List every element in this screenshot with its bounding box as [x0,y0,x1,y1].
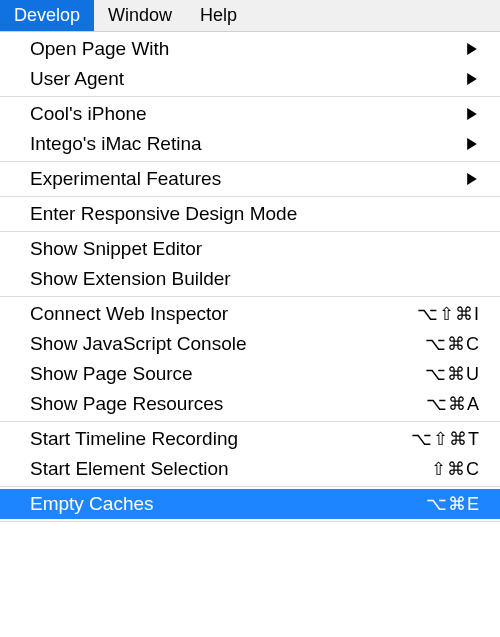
menu-show-snippet-editor[interactable]: Show Snippet Editor [0,234,500,264]
menu-shortcut: ⌥⌘U [425,363,482,385]
menu-enter-responsive[interactable]: Enter Responsive Design Mode [0,199,500,229]
menu-label: Start Element Selection [30,458,431,480]
menu-label: User Agent [30,68,466,90]
svg-marker-0 [467,43,477,55]
menu-show-page-resources[interactable]: Show Page Resources ⌥⌘A [0,389,500,419]
develop-menu: Open Page With User Agent Cool's iPhone … [0,32,500,522]
menu-label: Start Timeline Recording [30,428,411,450]
menu-show-js-console[interactable]: Show JavaScript Console ⌥⌘C [0,329,500,359]
submenu-arrow-icon [466,103,482,125]
menu-show-page-source[interactable]: Show Page Source ⌥⌘U [0,359,500,389]
svg-marker-4 [467,173,477,185]
menubar-help[interactable]: Help [186,0,251,31]
submenu-arrow-icon [466,38,482,60]
menu-cools-iphone[interactable]: Cool's iPhone [0,99,500,129]
menu-label: Enter Responsive Design Mode [30,203,482,225]
menu-start-element-selection[interactable]: Start Element Selection ⇧⌘C [0,454,500,484]
menubar-develop[interactable]: Develop [0,0,94,31]
menu-user-agent[interactable]: User Agent [0,64,500,94]
svg-marker-2 [467,108,477,120]
menu-experimental-features[interactable]: Experimental Features [0,164,500,194]
submenu-arrow-icon [466,68,482,90]
submenu-arrow-icon [466,168,482,190]
menu-shortcut: ⌥⇧⌘I [417,303,482,325]
menu-label: Show Extension Builder [30,268,482,290]
menu-label: Open Page With [30,38,466,60]
menu-label: Cool's iPhone [30,103,466,125]
menu-label: Show JavaScript Console [30,333,425,355]
svg-marker-1 [467,73,477,85]
submenu-arrow-icon [466,133,482,155]
menu-shortcut: ⌥⌘C [425,333,482,355]
menu-connect-web-inspector[interactable]: Connect Web Inspector ⌥⇧⌘I [0,299,500,329]
menubar-window[interactable]: Window [94,0,186,31]
menu-empty-caches[interactable]: Empty Caches ⌥⌘E [0,489,500,519]
menu-open-page-with[interactable]: Open Page With [0,34,500,64]
svg-marker-3 [467,138,477,150]
menu-label: Intego's iMac Retina [30,133,466,155]
menu-label: Experimental Features [30,168,466,190]
menu-separator [0,521,500,522]
menu-start-timeline-recording[interactable]: Start Timeline Recording ⌥⇧⌘T [0,424,500,454]
menu-shortcut: ⌥⌘E [426,493,482,515]
menu-shortcut: ⇧⌘C [431,458,482,480]
menu-label: Empty Caches [30,493,426,515]
menu-label: Show Page Resources [30,393,426,415]
menu-integos-imac[interactable]: Intego's iMac Retina [0,129,500,159]
menu-show-extension-builder[interactable]: Show Extension Builder [0,264,500,294]
menu-shortcut: ⌥⇧⌘T [411,428,482,450]
menu-label: Show Page Source [30,363,425,385]
menu-label: Show Snippet Editor [30,238,482,260]
menu-shortcut: ⌥⌘A [426,393,482,415]
menu-label: Connect Web Inspector [30,303,417,325]
menubar: Develop Window Help [0,0,500,32]
